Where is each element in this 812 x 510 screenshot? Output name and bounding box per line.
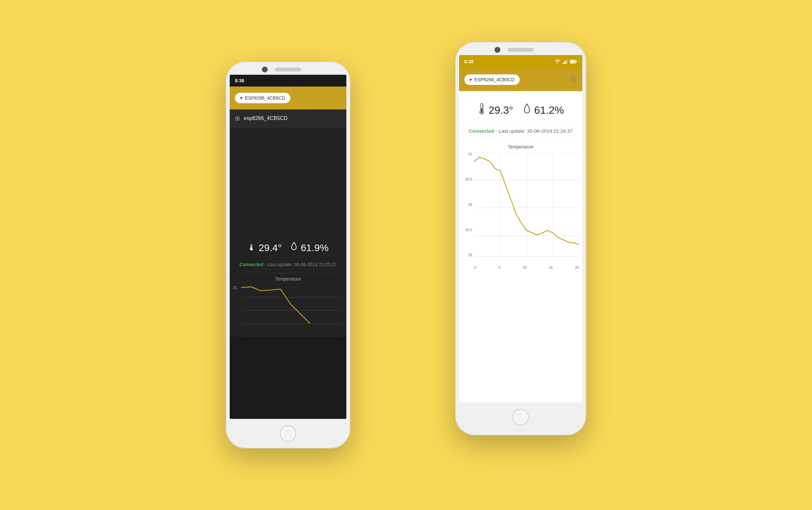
thermometer-icon-left: 🌡 (248, 243, 256, 253)
wifi-icon (554, 59, 561, 64)
left-connection-status: Connected - Last update: 30-06-2019 21:2… (230, 259, 346, 273)
right-app-header: ▾ ESP8266_4CB5CD ⚙ (459, 68, 582, 91)
left-device-dropdown[interactable]: ▾ ESP8266_4CB5CD (235, 93, 290, 103)
phone-right-speaker (508, 48, 534, 52)
y-label-305: 30.5 (465, 177, 472, 181)
left-temp-value: 29.4° (259, 242, 282, 253)
left-chart-y-label: 31 (233, 285, 241, 290)
right-x-axis: 0 5 10 15 20 (474, 265, 579, 270)
device-list-item[interactable]: ⊞ esp8266_4CB5CD (230, 110, 346, 128)
right-connected-label: Connected (469, 128, 494, 134)
x-label-10: 10 (523, 265, 527, 270)
left-status-bar: 8:38 (230, 75, 346, 87)
signal-icon (562, 59, 568, 64)
dark-spacer (230, 128, 346, 232)
thermometer-svg (477, 103, 486, 115)
svg-rect-7 (567, 60, 568, 64)
svg-rect-9 (576, 61, 577, 62)
battery-icon (570, 60, 577, 64)
phone-right-camera (494, 47, 500, 53)
phone-left-speaker (275, 67, 301, 72)
humidity-svg (522, 103, 531, 114)
right-status-bar: 8:38 (459, 55, 582, 68)
right-chart-svg (474, 152, 579, 263)
left-chart-title: Temperature (233, 276, 343, 282)
left-humidity-value: 61.9% (301, 242, 329, 253)
right-dropdown-arrow: ▾ (470, 77, 472, 82)
right-sensor-display: 29.3° 61.2% (459, 91, 582, 122)
left-humidity: 61.9% (290, 242, 329, 254)
y-label-29: 29 (468, 253, 472, 257)
right-humidity: 61.2% (522, 103, 564, 117)
y-label-30: 30 (468, 203, 472, 206)
left-temperature: 🌡 29.4° (248, 242, 282, 253)
svg-rect-14 (482, 108, 482, 113)
y-label-31: 31 (468, 152, 472, 156)
right-temp-value: 29.3° (489, 104, 513, 116)
phone-left-bottom (226, 419, 350, 448)
right-humidity-value: 61.2% (534, 104, 564, 116)
device-list-icon: ⊞ (235, 115, 240, 122)
x-label-20: 20 (575, 265, 579, 270)
right-device-dropdown[interactable]: ▾ ESP8266_4CB5CD (464, 75, 520, 85)
device-list-label: esp8266_4CB5CD (244, 115, 287, 121)
left-app-header: ▾ ESP8266_4CB5CD (230, 87, 346, 110)
phone-right-screen: 8:38 (459, 55, 582, 402)
phone-left-home-button[interactable] (280, 425, 296, 442)
phone-left: 8:38 ▾ ESP8266_4CB5CD ⊞ esp8266_4CB5CD (226, 62, 350, 448)
svg-rect-5 (564, 62, 565, 64)
svg-rect-4 (562, 63, 563, 64)
right-y-axis: 31 30.5 30 29.5 29 (462, 152, 474, 263)
right-chart-title: Temperature (462, 144, 579, 149)
phone-right-top-bar (455, 42, 586, 55)
right-chart-container: Temperature 31 30.5 30 29.5 29 (459, 140, 582, 273)
right-status-icons (554, 59, 577, 64)
right-update-time: Last update: 30-06-2019 21:24:37 (499, 128, 573, 134)
phones-container: 8:38 ▾ ESP8266_4CB5CD ⊞ esp8266_4CB5CD (226, 42, 586, 468)
x-label-0: 0 (474, 265, 476, 270)
left-connected-label: Connected (239, 262, 263, 267)
right-chart-wrapper: 31 30.5 30 29.5 29 (462, 152, 579, 270)
phone-right-bottom (455, 402, 586, 432)
phone-right-home-button[interactable] (513, 409, 529, 425)
svg-rect-6 (565, 61, 566, 64)
x-label-5: 5 (498, 265, 500, 270)
phone-right: 8:38 (455, 42, 586, 435)
humidity-icon-left (290, 242, 298, 254)
left-update-time: Last update: 30-06-2019 21:25:27 (267, 262, 337, 267)
phone-left-screen: 8:38 ▾ ESP8266_4CB5CD ⊞ esp8266_4CB5CD (230, 75, 346, 419)
settings-icon[interactable]: ⚙ (570, 75, 577, 84)
right-connection-status: Connected - Last update: 30-06-2019 21:2… (459, 123, 582, 139)
right-update-separator: - (495, 128, 498, 134)
left-last-update: - (265, 262, 268, 267)
left-chart-area: 31 (233, 284, 343, 337)
right-time: 8:38 (464, 59, 473, 64)
right-chart-svg-container: 0 5 10 15 20 (474, 152, 579, 270)
right-device-name: ESP8266_4CB5CD (474, 77, 515, 82)
thermometer-icon-right (477, 103, 486, 117)
svg-rect-10 (571, 61, 575, 63)
right-temperature: 29.3° (477, 103, 513, 117)
phone-left-camera (262, 66, 268, 73)
humidity-icon-right (522, 103, 531, 117)
left-sensor-display: 🌡 29.4° 61.9% (230, 232, 346, 259)
left-time: 8:38 (235, 78, 244, 83)
x-label-15: 15 (549, 265, 553, 270)
phone-left-top-bar (226, 62, 350, 75)
y-label-295: 29.5 (465, 228, 472, 232)
left-chart-container: Temperature 31 (230, 273, 346, 337)
left-chart-svg (241, 284, 343, 337)
left-dropdown-arrow: ▾ (240, 95, 242, 101)
left-device-name: ESP8266_4CB5CD (245, 95, 285, 101)
